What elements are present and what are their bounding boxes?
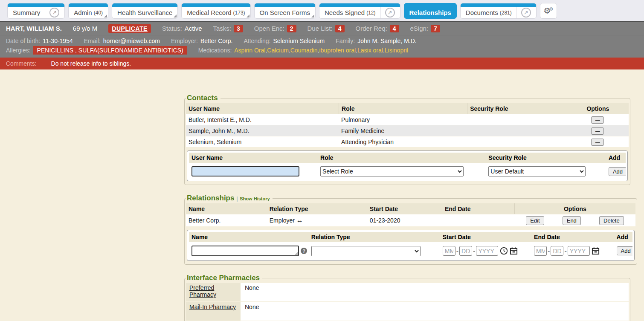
tab-count: (173) [233, 10, 245, 16]
medication-item[interactable]: Calcium [267, 47, 290, 54]
start-month-input[interactable] [443, 246, 455, 256]
patient-name: HART, WILLIAM S. [6, 25, 62, 32]
contact-row: Sample, John M., M.D. Family Medicine — [186, 125, 629, 136]
dropdown-fold-icon [174, 14, 177, 17]
relationship-row: Better Corp. Employer ↔ 01-23-2020 Edit … [186, 214, 635, 226]
relationships-title: Relationships | Show History [186, 194, 273, 202]
relationship-start-date: 01-23-2020 [367, 217, 442, 224]
tab-medical-record[interactable]: Medical Record (173) [181, 3, 250, 19]
bidirectional-arrow-icon: ↔ [296, 217, 303, 224]
duplicate-flag[interactable]: DUPLICATE [108, 24, 151, 33]
external-arrow-icon: ↗ [385, 8, 395, 17]
show-history-link[interactable]: Show History [240, 196, 270, 201]
open-enc-badge[interactable]: 2 [287, 25, 296, 32]
delete-relationship-button[interactable]: Delete [599, 216, 624, 225]
contact-role: Pulmonary [339, 116, 467, 123]
remove-contact-button[interactable]: — [591, 116, 604, 124]
add-contact-header: User Name Role Security Role Add [189, 153, 626, 163]
contact-row: Butler, Internist E., M.D. Pulmonary — [186, 114, 629, 125]
contact-role: Family Medicine [339, 127, 467, 134]
preferred-pharmacy-value: None [241, 283, 629, 301]
col-user-name: User Name [189, 154, 318, 161]
remove-contact-button[interactable]: — [591, 139, 604, 146]
col-end-date: End Date [531, 234, 614, 240]
tab-count: (12) [366, 10, 375, 16]
open-in-new-button[interactable]: ↗ [380, 7, 395, 18]
add-contact-form: User Name Role Security Role Add Select … [187, 150, 628, 181]
family-field: Family:John M. Sample, M.D. [336, 38, 417, 44]
mail-in-pharmacy-value: None [241, 302, 629, 321]
medication-item[interactable]: ibuprofen oral [319, 47, 357, 54]
add-relationship-row: ? is William's -- -- Add [189, 242, 632, 259]
tab-label: Summary [13, 9, 40, 16]
col-user-name: User Name [186, 105, 339, 112]
patient-age-sex: 69 y/o M [73, 25, 98, 32]
end-month-input[interactable] [534, 246, 547, 256]
start-year-input[interactable] [476, 246, 498, 256]
patient-header-bar: HART, WILLIAM S. 69 y/o M DUPLICATE Stat… [0, 21, 644, 35]
add-contact-button[interactable]: Add [609, 167, 626, 176]
dropdown-fold-icon [247, 14, 249, 17]
tasks-badge[interactable]: 3 [234, 25, 243, 32]
pharmacy-row: Preferred Pharmacy None [186, 283, 629, 301]
tab-relationships[interactable]: Relationships [404, 3, 457, 19]
relationship-name-input[interactable] [191, 246, 299, 256]
patient-details-bar: Date of birth:11-30-1954 Email:horner@mi… [0, 35, 644, 58]
add-relationship-button[interactable]: Add [617, 246, 633, 255]
contact-security-role-select[interactable]: User Default [488, 166, 586, 176]
allergies-alert[interactable]: PENICILLINS , SULFA(SULFONAMIDE ANTIBIOT… [33, 46, 187, 55]
remove-contact-button[interactable]: — [591, 127, 604, 135]
main-content: Contacts User Name Role Security Role Op… [184, 94, 630, 321]
open-in-new-button[interactable]: ↗ [516, 7, 531, 18]
dob-field: Date of birth:11-30-1954 [6, 38, 73, 44]
external-arrow-icon: ↗ [49, 8, 59, 17]
preferred-pharmacy-link[interactable]: Preferred Pharmacy [189, 284, 216, 298]
col-name: Name [189, 234, 309, 240]
tab-documents[interactable]: Documents (281) ↗ [460, 3, 537, 19]
status-value: Active [185, 25, 202, 32]
medication-item[interactable]: Lasix oral [357, 47, 385, 54]
relationship-type: Employer ↔ [267, 217, 367, 224]
contact-role-select[interactable]: Select Role [320, 166, 464, 176]
tab-summary[interactable]: Summary ↗ [7, 3, 65, 19]
tab-on-screen-forms[interactable]: On Screen Forms [254, 3, 316, 19]
contact-row: Selenium, Selenium Attending Physician — [186, 136, 629, 147]
contact-user-name-input[interactable] [191, 166, 299, 176]
calendar-icon[interactable] [510, 247, 518, 255]
contact-user-name: Selenium, Selenium [186, 139, 339, 145]
dropdown-fold-icon [104, 14, 107, 17]
help-icon[interactable]: ? [301, 248, 307, 254]
medication-item[interactable]: Coumadin [290, 47, 319, 54]
tab-label: Medical Record [187, 9, 231, 16]
tab-label: Health Surveillance [117, 9, 172, 16]
pharmacies-section: Interface Pharmacies Preferred Pharmacy … [184, 274, 630, 321]
mail-in-pharmacy-link[interactable]: Mail-In Pharmacy [189, 304, 236, 310]
start-day-input[interactable] [459, 246, 472, 256]
relationship-name: Better Corp. [186, 217, 267, 224]
settings-button[interactable]: ⚙⚙ [540, 3, 557, 19]
calendar-icon[interactable] [592, 247, 600, 255]
col-add: Add [606, 154, 626, 161]
clock-icon[interactable] [500, 247, 508, 255]
col-start-date: Start Date [440, 234, 531, 240]
contact-user-name: Butler, Internist E., M.D. [186, 116, 339, 123]
due-list-badge[interactable]: 4 [335, 25, 345, 32]
order-req-badge[interactable]: 4 [390, 25, 399, 32]
medication-item[interactable]: Aspirin Oral [234, 47, 267, 54]
open-in-new-button[interactable]: ↗ [45, 7, 59, 18]
tab-needs-signed[interactable]: Needs Signed (12) ↗ [319, 3, 400, 19]
contact-role: Attending Physician [339, 139, 467, 145]
tab-health-surveillance[interactable]: Health Surveillance [112, 3, 178, 19]
tab-admin[interactable]: Admin (40) [68, 3, 108, 19]
tab-count: (281) [500, 10, 512, 16]
add-contact-row: Select Role User Default Add [189, 163, 626, 179]
end-year-input[interactable] [568, 246, 590, 256]
medications-field: Medications: Aspirin OralCalciumCoumadin… [198, 47, 408, 54]
edit-relationship-button[interactable]: Edit [526, 216, 544, 225]
end-day-input[interactable] [551, 246, 563, 256]
relation-type-select[interactable] [311, 246, 421, 256]
medication-item[interactable]: Lisinopril [385, 47, 408, 54]
esign-badge[interactable]: 7 [431, 25, 440, 32]
tab-label: Admin [74, 9, 92, 16]
end-relationship-button[interactable]: End [563, 216, 581, 225]
